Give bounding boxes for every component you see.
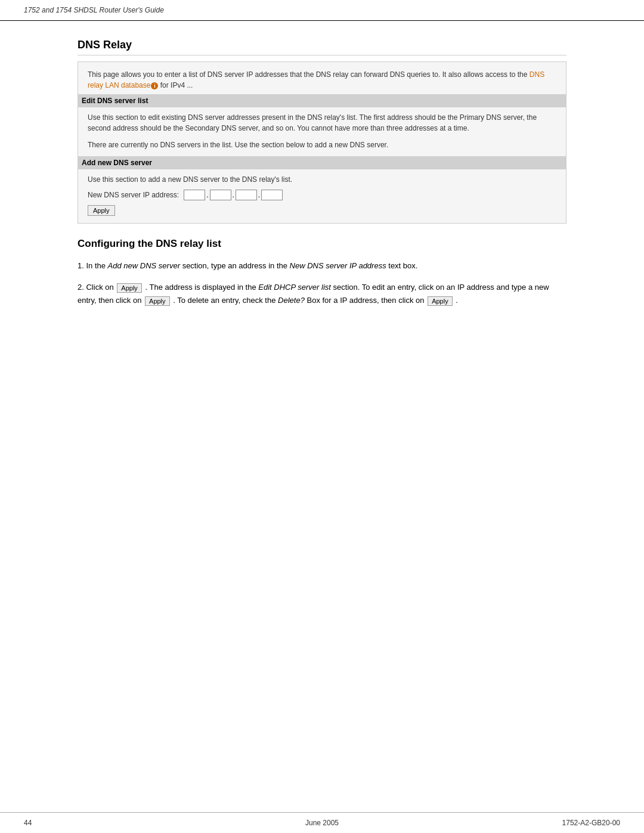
ip-dot-2: . [233, 191, 234, 199]
ip-label: New DNS server IP address: [88, 191, 179, 199]
step1-italic2: New DNS server IP address [290, 261, 386, 270]
step2-apply-button-1[interactable]: Apply [117, 283, 142, 293]
config-section-title: Configuring the DNS relay list [78, 238, 566, 250]
step1-paragraph: 1. In the Add new DNS server section, ty… [78, 259, 566, 272]
page-footer: 44 June 2005 1752-A2-GB20-00 [0, 812, 644, 833]
step1-number: 1. [78, 261, 84, 270]
step2-text6: . [456, 296, 458, 305]
edit-section-header: Edit DNS server list [78, 94, 566, 107]
ip-octet-4[interactable] [261, 190, 283, 200]
step2-paragraph: 2. Click on Apply . The address is displ… [78, 281, 566, 307]
add-section-header: Add new DNS server [78, 156, 566, 169]
intro-paragraph: This page allows you to enter a list of … [88, 69, 556, 91]
step2-text5: Box for a IP address, then click on [307, 296, 427, 305]
main-content: DNS Relay This page allows you to enter … [0, 21, 644, 333]
page-wrapper: 1752 and 1754 SHDSL Router User's Guide … [0, 0, 644, 833]
step1-text-mid: section, type an address in the [182, 261, 290, 270]
edit-section-description: Use this section to edit existing DNS se… [88, 112, 556, 134]
step2-text1: Click on [86, 283, 116, 292]
step2-apply-button-2[interactable]: Apply [145, 296, 170, 306]
step1-italic1: Add new DNS server [108, 261, 180, 270]
dns-relay-ui-box: This page allows you to enter a list of … [78, 61, 566, 224]
add-section-description: Use this section to add a new DNS server… [88, 174, 556, 185]
header-title: 1752 and 1754 SHDSL Router User's Guide [24, 6, 164, 14]
step2-text2: . The address is displayed in the [145, 283, 258, 292]
add-apply-button[interactable]: Apply [88, 205, 115, 216]
ip-dot-3: . [258, 191, 260, 199]
ip-octet-3[interactable] [236, 190, 257, 200]
ip-address-row: New DNS server IP address: . . . [88, 190, 556, 200]
step2-text4: . To delete an entry, check the [173, 296, 278, 305]
intro-text: This page allows you to enter a list of … [88, 70, 527, 79]
footer-date: June 2005 [305, 819, 339, 827]
intro-text2: for IPv4 ... [158, 81, 193, 89]
step2-italic1: Edit DHCP server list [258, 283, 331, 292]
footer-page-number: 44 [24, 819, 32, 827]
dns-relay-title: DNS Relay [78, 39, 566, 55]
ip-dot-1: . [206, 191, 208, 199]
ip-octet-1[interactable] [184, 190, 205, 200]
ip-octet-2[interactable] [210, 190, 231, 200]
step1-text-before: In the [86, 261, 107, 270]
step2-italic2: Delete? [278, 296, 305, 305]
step2-number: 2. [78, 283, 84, 292]
footer-doc-number: 1752-A2-GB20-00 [562, 819, 620, 827]
step2-apply-button-3[interactable]: Apply [428, 296, 453, 306]
no-servers-message: There are currently no DNS servers in th… [88, 140, 556, 150]
info-icon: i [151, 82, 158, 89]
page-header: 1752 and 1754 SHDSL Router User's Guide [0, 0, 644, 21]
step1-text-after: text box. [388, 261, 417, 270]
